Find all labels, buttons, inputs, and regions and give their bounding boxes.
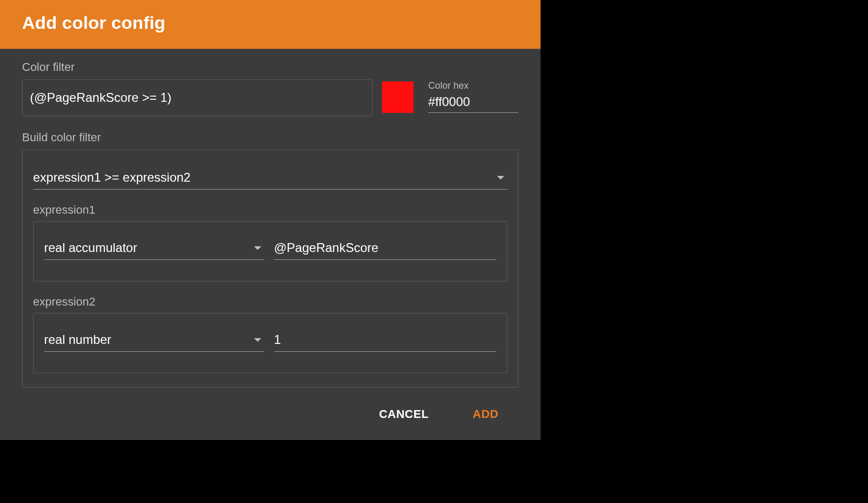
color-filter-input[interactable] — [22, 79, 373, 116]
build-color-filter-label: Build color filter — [22, 131, 518, 144]
expression2-value-input[interactable] — [274, 330, 496, 352]
expression1-box: real accumulator — [33, 221, 507, 281]
chevron-down-icon — [497, 176, 504, 180]
expression2-label: expression2 — [33, 295, 507, 309]
expression2-box: real number — [33, 313, 507, 373]
chevron-down-icon — [254, 246, 261, 250]
expression1-type-value: real accumulator — [44, 240, 137, 255]
color-hex-input[interactable] — [428, 92, 518, 113]
expression2-type-value: real number — [44, 332, 111, 347]
chevron-down-icon — [254, 338, 261, 342]
operator-select[interactable]: expression1 >= expression2 — [33, 168, 507, 190]
add-button[interactable]: ADD — [469, 404, 503, 424]
color-swatch[interactable] — [382, 81, 414, 113]
color-hex-label: Color hex — [428, 80, 518, 91]
add-color-config-dialog: Add color config Color filter Color hex … — [0, 0, 541, 440]
dialog-title: Add color config — [22, 13, 518, 33]
color-filter-row: Color hex — [22, 79, 518, 116]
color-hex-group: Color hex — [428, 80, 518, 113]
operator-select-value: expression1 >= expression2 — [33, 170, 190, 185]
dialog-actions: CANCEL ADD — [0, 393, 541, 440]
cancel-button[interactable]: CANCEL — [375, 404, 433, 424]
expression2-type-select[interactable]: real number — [44, 330, 264, 352]
dialog-body: Color filter Color hex Build color filte… — [0, 49, 541, 393]
dialog-header: Add color config — [0, 0, 541, 49]
builder-panel: expression1 >= expression2 expression1 r… — [22, 150, 518, 387]
color-filter-label: Color filter — [22, 60, 518, 74]
expression1-value-input[interactable] — [274, 238, 496, 260]
expression1-type-select[interactable]: real accumulator — [44, 238, 264, 260]
expression1-label: expression1 — [33, 203, 507, 217]
